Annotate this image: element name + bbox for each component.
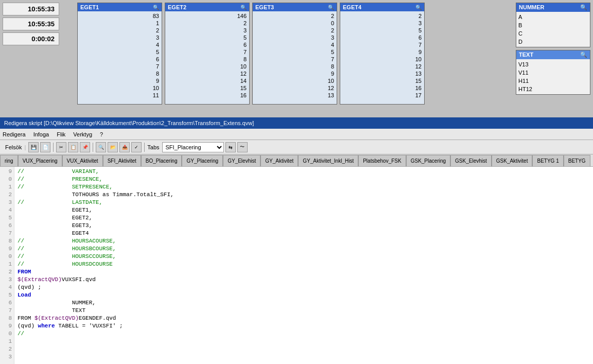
save-btn[interactable]: 💾	[28, 142, 39, 152]
list-item[interactable]: 10	[165, 63, 249, 70]
list-item[interactable]: 8	[165, 56, 249, 63]
menu-help[interactable]: ?	[100, 131, 103, 137]
tab-item[interactable]: BO_Placering	[141, 155, 182, 166]
list-item[interactable]: 3	[340, 20, 424, 27]
list-item[interactable]: 17	[340, 92, 424, 99]
list-item[interactable]: 2	[165, 20, 249, 27]
tab-item[interactable]: Platsbehov_FSK	[358, 155, 406, 166]
list-item[interactable]: D	[518, 38, 588, 46]
menu-verktyg[interactable]: Verktyg	[73, 131, 92, 137]
tab-item[interactable]: SFI_Aktivitet	[103, 155, 141, 166]
list-item[interactable]: 7	[78, 63, 162, 70]
open-btn[interactable]: 📂	[108, 142, 118, 152]
list-item[interactable]: HT12	[518, 85, 588, 93]
list-item[interactable]: 8	[78, 70, 162, 77]
tab-item[interactable]: VUX_Placering	[18, 155, 62, 166]
list-item[interactable]: 5	[340, 27, 424, 34]
checkmark-btn[interactable]: ✓	[131, 142, 142, 152]
code-content[interactable]: // VARIANT,// PRESENCE,// SETPRESENCE, T…	[14, 167, 593, 364]
list-item[interactable]: 12	[165, 70, 249, 77]
copy-btn[interactable]: 📋	[68, 142, 78, 152]
list-item[interactable]: 83	[78, 12, 162, 20]
tab-item[interactable]: ring	[0, 155, 18, 166]
list-item[interactable]: 7	[340, 41, 424, 48]
list-item[interactable]: 7	[253, 56, 337, 63]
list-item[interactable]: C	[518, 29, 588, 38]
search-icon[interactable]: 🔍	[580, 51, 587, 58]
menu-redigera[interactable]: Redigera	[3, 131, 26, 137]
list-item[interactable]: 9	[78, 77, 162, 84]
list-item[interactable]: H11	[518, 77, 588, 85]
list-item[interactable]: 4	[78, 41, 162, 48]
find-btn[interactable]: 🔍	[96, 142, 106, 152]
table-eget3-body[interactable]: 202345789101213	[253, 11, 337, 104]
table-eget1-body[interactable]: 831234567891011	[78, 11, 162, 104]
menu-flik[interactable]: Flik	[57, 131, 65, 137]
search-icon[interactable]: 🔍	[153, 5, 159, 10]
list-item[interactable]: 3	[78, 34, 162, 41]
wave-btn[interactable]: 〜	[237, 142, 248, 152]
tab-item[interactable]: GY_Elevhist	[223, 155, 260, 166]
tab-item[interactable]: BETYG	[564, 155, 590, 166]
list-item[interactable]: 6	[340, 34, 424, 41]
list-item[interactable]: 10	[253, 77, 337, 84]
tab-item[interactable]: GY_Placering	[182, 155, 223, 166]
cut-btn[interactable]: ✂	[56, 142, 66, 152]
paste-btn[interactable]: 📌	[80, 142, 90, 152]
list-item[interactable]: 9	[340, 48, 424, 56]
tab-item[interactable]: GY_Aktivitet	[260, 155, 298, 166]
list-item[interactable]: 16	[165, 92, 249, 99]
search-icon[interactable]: 🔍	[580, 4, 587, 11]
list-item[interactable]: 2	[78, 27, 162, 34]
tab-item[interactable]: VUX_Aktivitet	[62, 155, 103, 166]
list-item[interactable]: V11	[518, 68, 588, 77]
list-item[interactable]: 13	[253, 92, 337, 99]
list-item[interactable]: 16	[340, 84, 424, 92]
table-eget4-body[interactable]: 235679101213151617	[340, 11, 424, 104]
list-item[interactable]: 8	[253, 63, 337, 70]
list-item[interactable]: 6	[165, 41, 249, 48]
list-item[interactable]: 9	[253, 70, 337, 77]
list-item[interactable]: 13	[340, 70, 424, 77]
list-item[interactable]: 4	[253, 41, 337, 48]
list-item[interactable]: 10	[340, 56, 424, 63]
search-icon[interactable]: 🔍	[328, 5, 334, 10]
table-nummer-body[interactable]: ABCD	[516, 12, 590, 47]
list-item[interactable]: 2	[253, 27, 337, 34]
save2-btn[interactable]: 📄	[40, 142, 50, 152]
arrows-btn[interactable]: ⇆	[225, 142, 236, 152]
tab-item[interactable]: GSK_Placering	[406, 155, 450, 166]
list-item[interactable]: 14	[165, 77, 249, 84]
tab-item[interactable]: BETYG 1	[532, 155, 563, 166]
list-item[interactable]: 11	[78, 92, 162, 99]
list-item[interactable]: 5	[78, 48, 162, 56]
search-icon[interactable]: 🔍	[240, 5, 247, 10]
list-item[interactable]: 12	[253, 84, 337, 92]
table-eget2-body[interactable]: 1462356781012141516	[165, 11, 249, 104]
tab-dropdown[interactable]: SFI_Placering	[162, 142, 224, 152]
list-item[interactable]: 15	[340, 77, 424, 84]
table-text-body[interactable]: V13V11H11HT12	[516, 59, 590, 94]
list-item[interactable]: A	[518, 13, 588, 21]
list-item[interactable]: 3	[253, 34, 337, 41]
menu-infoga[interactable]: Infoga	[33, 131, 49, 137]
list-item[interactable]: 5	[253, 48, 337, 56]
list-item[interactable]: 2	[253, 12, 337, 20]
tab-item[interactable]: GSK_Elevhist	[450, 155, 492, 166]
list-item[interactable]: 15	[165, 84, 249, 92]
export-btn[interactable]: 📤	[119, 142, 130, 152]
list-item[interactable]: V13	[518, 60, 588, 68]
search-icon[interactable]: 🔍	[415, 5, 422, 10]
list-item[interactable]: 146	[165, 12, 249, 20]
list-item[interactable]: 0	[253, 20, 337, 27]
tab-item[interactable]: GSK_Aktivitet	[492, 155, 533, 166]
code-editor[interactable]: 9012345678901234567890123 // VARIANT,// …	[0, 167, 593, 364]
list-item[interactable]: 12	[340, 63, 424, 70]
list-item[interactable]: 5	[165, 34, 249, 41]
list-item[interactable]: B	[518, 21, 588, 29]
list-item[interactable]: 2	[340, 12, 424, 20]
list-item[interactable]: 7	[165, 48, 249, 56]
tab-item[interactable]: GY_Aktivitet_Inkl_Hist	[298, 155, 358, 166]
list-item[interactable]: 10	[78, 84, 162, 92]
list-item[interactable]: 3	[165, 27, 249, 34]
